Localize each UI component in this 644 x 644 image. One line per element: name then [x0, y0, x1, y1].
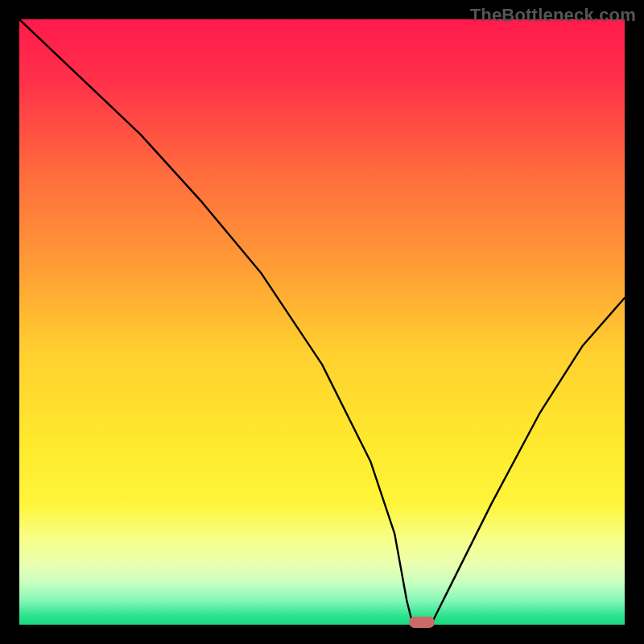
- chart-frame: TheBottleneck.com: [0, 0, 644, 644]
- chart-svg: [19, 19, 625, 625]
- plot-area: [19, 19, 625, 625]
- minimum-marker: [409, 617, 435, 628]
- gradient-background: [19, 19, 625, 625]
- watermark-text: TheBottleneck.com: [470, 5, 636, 26]
